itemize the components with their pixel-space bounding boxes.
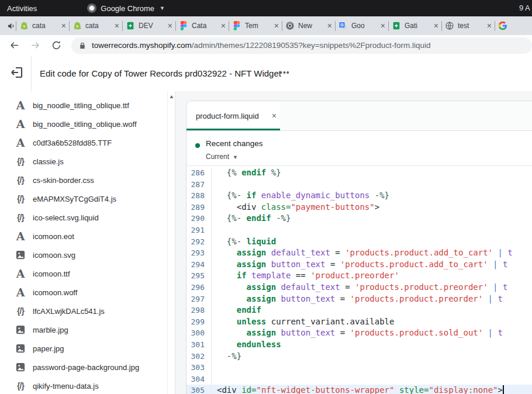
code-editor[interactable]: 286 {% endif %}287288 {%- if enable_dyna… <box>186 166 532 394</box>
code-line-text[interactable] <box>212 179 532 191</box>
font-file-icon: A <box>13 100 28 111</box>
code-line-text[interactable]: {%- liquid <box>212 236 532 248</box>
editor-file-tab[interactable]: product-form.liquid × <box>186 101 280 130</box>
code-line[interactable]: 291 <box>186 224 532 236</box>
scroll-up-arrow-icon[interactable]: ▲ <box>169 94 174 99</box>
chevron-down-icon: ▼ <box>160 5 165 11</box>
code-line-text[interactable]: assign default_text = 'products.product.… <box>212 282 532 293</box>
activities-button[interactable]: Activities <box>7 4 37 13</box>
version-dropdown[interactable]: Current▼ <box>206 153 238 161</box>
code-line[interactable]: 293 assign default_text = 'products.prod… <box>186 247 532 259</box>
code-line[interactable]: 294 assign button_text = 'products.produ… <box>186 259 532 271</box>
code-line-text[interactable]: -%} <box>212 351 532 362</box>
code-line[interactable]: 301 endunless <box>186 339 532 351</box>
line-number: 305 <box>186 385 212 394</box>
file-list-item[interactable]: Aicomoon.woff <box>0 283 175 302</box>
code-line-text[interactable]: {% endif %} <box>212 167 532 179</box>
exit-code-editor-button[interactable] <box>10 65 24 80</box>
code-line-text[interactable]: assign button_text = 'products.product.a… <box>212 259 532 271</box>
code-line[interactable]: 286 {% endif %} <box>186 167 532 179</box>
tab-close-icon[interactable]: × <box>168 22 172 30</box>
file-list-item[interactable]: {/}ico-select.svg.liquid <box>0 208 175 227</box>
browser-tab[interactable]: Tem× <box>229 16 282 35</box>
code-line-text[interactable]: endunless <box>212 339 532 351</box>
code-line-text[interactable]: assign button_text = 'products.product.s… <box>212 327 532 339</box>
address-bar[interactable]: towerrecords.myshopify.com/admin/themes/… <box>71 37 532 54</box>
code-line[interactable]: 300 assign button_text = 'products.produ… <box>186 327 532 339</box>
code-line[interactable]: 303 <box>186 362 532 374</box>
tab-close-icon[interactable]: × <box>274 22 279 30</box>
code-line-text[interactable]: {%- endif -%} <box>212 213 532 224</box>
code-line[interactable]: 287 <box>186 179 532 191</box>
tab-close-icon[interactable]: × <box>487 22 492 30</box>
line-number: 294 <box>186 259 212 271</box>
file-list-item[interactable]: Aicomoon.ttf <box>0 264 175 283</box>
code-line[interactable]: 295 if template == 'product.preorder' <box>186 270 532 282</box>
tab-close-icon[interactable]: × <box>327 22 332 30</box>
code-line-text[interactable] <box>212 362 532 374</box>
code-line[interactable]: 288 {%- if enable_dynamic_buttons -%} <box>186 190 532 202</box>
file-list-item[interactable]: {/}eMAPMXSyTCgGdiT4.js <box>0 189 175 208</box>
browser-tab[interactable]: test× <box>442 16 495 35</box>
code-line-text[interactable]: endif <box>212 305 532 316</box>
file-list-item[interactable]: {/}cs-skin-border.css <box>0 171 175 189</box>
file-list-item[interactable]: Abig_noodle_titling_oblique.woff <box>0 115 175 133</box>
code-line[interactable]: 296 assign default_text = 'products.prod… <box>186 282 532 293</box>
browser-tab[interactable] <box>495 16 532 35</box>
code-line[interactable]: 305<div id="nft-widget-buttons-wrapper" … <box>186 385 532 394</box>
browser-tab[interactable]: GGoo× <box>336 16 388 35</box>
translate-favicon-icon: G <box>338 21 348 30</box>
browser-tab[interactable]: New× <box>282 16 335 35</box>
tab-close-icon[interactable]: × <box>115 22 119 30</box>
code-line-text[interactable]: <div class="payment-buttons"> <box>212 202 532 213</box>
file-list-item[interactable]: password-page-background.jpg <box>0 358 175 376</box>
code-line-text[interactable]: <div id="nft-widget-buttons-wrapper" sty… <box>212 385 532 394</box>
code-line[interactable]: 304 <box>186 374 532 385</box>
file-list-item[interactable]: marble.jpg <box>0 320 175 339</box>
code-line-text[interactable]: assign button_text = 'products.product.p… <box>212 293 532 305</box>
code-line[interactable]: 289 <div class="payment-buttons"> <box>186 202 532 213</box>
file-list-item[interactable]: {/}qikify-tmenu-data.js <box>0 376 175 394</box>
tab-close-icon[interactable]: × <box>61 22 66 30</box>
more-actions-button[interactable]: ••• <box>279 56 290 91</box>
code-line-text[interactable]: {%- if enable_dynamic_buttons -%} <box>212 190 532 202</box>
browser-tab[interactable]: Scata× <box>16 16 69 35</box>
line-number: 297 <box>186 293 212 305</box>
code-line-text[interactable] <box>212 224 532 236</box>
code-line[interactable]: 297 assign button_text = 'products.produ… <box>186 293 532 305</box>
tab-close-icon[interactable]: × <box>434 22 438 30</box>
browser-tab[interactable]: Cata× <box>176 16 229 35</box>
back-button[interactable] <box>7 39 21 53</box>
tab-close-icon[interactable]: × <box>221 22 226 30</box>
app-menu[interactable]: Google Chrome ▼ <box>87 4 165 13</box>
file-list-item[interactable]: icomoon.svg <box>0 246 175 264</box>
code-line[interactable]: 290 {%- endif -%} <box>186 213 532 224</box>
file-list-item[interactable]: Aicomoon.eot <box>0 227 175 246</box>
code-line-text[interactable]: unless current_variant.available <box>212 316 532 328</box>
tab-close-icon[interactable]: × <box>381 22 385 30</box>
file-list-item[interactable]: {/}classie.js <box>0 152 175 171</box>
browser-tab[interactable]: Scata× <box>70 16 122 35</box>
browser-tab[interactable]: DEV× <box>123 16 175 35</box>
file-list-item[interactable]: {/}lfcAXLwjkDALc541.js <box>0 302 175 320</box>
file-list-item[interactable]: Ac0df3a6b528fdd85.TTF <box>0 133 175 152</box>
line-number: 286 <box>186 167 212 179</box>
code-line[interactable]: 302 -%} <box>186 351 532 362</box>
code-line[interactable]: 292 {%- liquid <box>186 236 532 248</box>
file-list-item[interactable]: Abig_noodle_titling_oblique.ttf <box>0 96 175 115</box>
file-name: icomoon.svg <box>33 251 75 260</box>
system-clock[interactable]: 9 A <box>519 4 530 12</box>
code-line[interactable]: 299 unless current_variant.available <box>186 316 532 328</box>
page-header: Edit code for Copy of Tower Records prd0… <box>0 56 532 92</box>
editor-tab-close-icon[interactable]: × <box>272 111 277 120</box>
reload-button[interactable] <box>49 39 63 53</box>
code-line[interactable]: 298 endif <box>186 305 532 316</box>
browser-tab[interactable]: Gati× <box>389 16 441 35</box>
code-line-text[interactable] <box>212 374 532 385</box>
code-line-text[interactable]: if template == 'product.preorder' <box>212 270 532 282</box>
forward-button[interactable] <box>28 39 42 53</box>
file-list-item[interactable]: paper.jpg <box>0 339 175 358</box>
figma-favicon-icon <box>232 21 241 30</box>
audio-speaker-icon[interactable] <box>7 22 16 30</box>
code-line-text[interactable]: assign default_text = 'products.product.… <box>212 247 532 259</box>
